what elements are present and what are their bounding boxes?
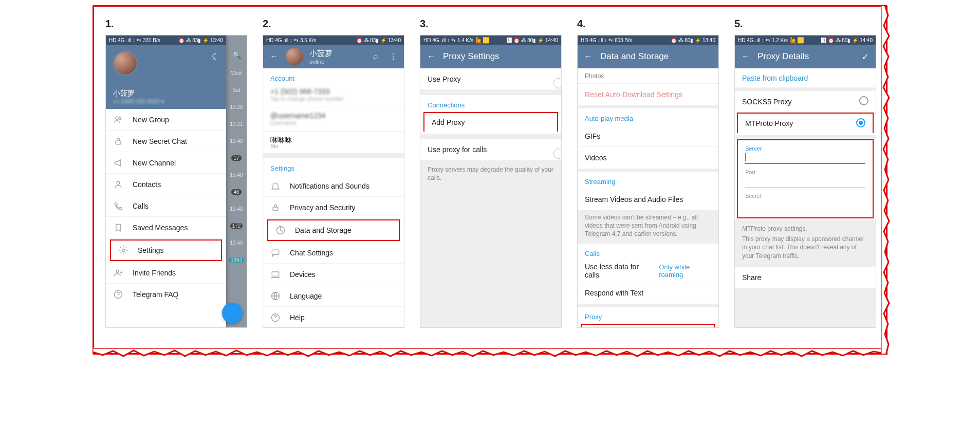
menu-new-channel[interactable]: New Channel xyxy=(106,152,226,174)
use-proxy-toggle[interactable]: Use Proxy xyxy=(420,68,561,90)
search-icon[interactable]: ⌕ xyxy=(370,51,381,62)
avatar[interactable] xyxy=(113,51,138,76)
reset-auto-download[interactable]: Reset Auto-Download Settings xyxy=(578,84,718,105)
auto-download-photos[interactable]: Photos xyxy=(578,68,718,84)
phone-2: HD 4G .ıll ↕ ⇆3.5 K/s ⏰ ⁂ 83▮ ⚡ 13:40 ← … xyxy=(263,35,404,328)
search-icon[interactable]: 🔍 xyxy=(232,51,241,59)
lock-icon xyxy=(113,136,123,146)
bookmark-icon xyxy=(113,223,123,233)
port-input[interactable]: Port xyxy=(738,166,873,190)
section-streaming: Streaming xyxy=(578,172,718,189)
bell-icon xyxy=(270,181,281,191)
add-person-icon xyxy=(113,268,123,278)
svg-point-3 xyxy=(117,181,120,184)
app-bar: ← Proxy Settings xyxy=(420,45,561,68)
confirm-icon[interactable]: ✓ xyxy=(859,51,871,62)
section-autoplay: Auto-play media xyxy=(578,108,718,125)
page-title: Data and Storage xyxy=(600,51,669,62)
section-proxy: Proxy xyxy=(578,307,718,324)
menu-saved[interactable]: Saved Messages xyxy=(106,217,226,238)
page-title: Proxy Details xyxy=(757,51,809,62)
radio-on[interactable] xyxy=(856,118,865,127)
settings-privacy[interactable]: Privacy and Security xyxy=(263,197,404,218)
chat-list-strip: 🔍 Wed Sat 13:28 13:21 13:40 17 13:40 46 … xyxy=(226,35,247,327)
server-input[interactable]: Server xyxy=(738,142,873,166)
avatar[interactable] xyxy=(286,48,303,65)
lock-icon xyxy=(270,202,281,213)
phone-4: HD 4G .ıll ↕ ⇆603 B/s ⏰ ⁂ 80▮ ⚡ 13:40 ← … xyxy=(577,35,719,328)
add-proxy[interactable]: Add Proxy xyxy=(423,112,558,132)
help-icon xyxy=(270,312,281,323)
status-bar: HD 4G .ıll ↕ ⇆331 B/s ⏰ ⁂ 83▮ ⚡ 13:40 xyxy=(106,35,226,45)
proxy-type-mtproto[interactable]: MTProto Proxy xyxy=(737,113,874,133)
settings-notifications[interactable]: Notifications and Sounds xyxy=(263,175,404,197)
more-icon[interactable]: ⋮ xyxy=(387,51,399,62)
less-data-calls[interactable]: Use less data for callsOnly while roamin… xyxy=(578,261,718,282)
account-phone[interactable]: +1 (502) 966-7333 Tap to change phone nu… xyxy=(263,85,404,105)
svg-rect-2 xyxy=(116,141,121,144)
back-icon[interactable]: ← xyxy=(426,51,437,62)
status-bar: HD 4G .ıll ↕ ⇆3.5 K/s ⏰ ⁂ 83▮ ⚡ 13:40 xyxy=(263,35,404,45)
back-icon[interactable]: ← xyxy=(268,51,280,62)
status-bar: HD 4G .ıll ↕ ⇆1.4 K/s🙋🟨 🅽 ⏰ ⁂ 80▮ ⚡ 14:4… xyxy=(420,35,561,45)
menu-new-group[interactable]: New Group xyxy=(106,109,226,131)
section-account: Account xyxy=(263,68,404,85)
settings-data-storage[interactable]: Data and Storage xyxy=(267,219,400,241)
back-icon[interactable]: ← xyxy=(740,51,751,62)
menu-settings[interactable]: Settings xyxy=(110,239,222,261)
chat-icon xyxy=(270,248,281,258)
step-label: 3. xyxy=(420,18,562,30)
share-proxy[interactable]: Share xyxy=(735,267,876,288)
step-label: 1. xyxy=(105,18,247,30)
page-title: Proxy Settings xyxy=(443,51,500,62)
menu-calls[interactable]: Calls xyxy=(106,195,226,217)
secret-input[interactable]: Secret xyxy=(738,190,873,213)
gear-icon xyxy=(118,245,128,255)
mtproto-help: MTProto proxy settings. This proxy may d… xyxy=(735,219,876,267)
drawer-menu: New Group New Secret Chat New Channel Co… xyxy=(106,109,226,305)
settings-chat[interactable]: Chat Settings xyxy=(263,242,404,264)
person-icon xyxy=(113,179,123,190)
profile-status: online xyxy=(309,59,332,65)
menu-contacts[interactable]: Contacts xyxy=(106,174,226,195)
settings-devices[interactable]: Devices xyxy=(263,264,404,285)
proxy-settings[interactable]: Proxy Settings xyxy=(581,324,715,328)
account-username[interactable]: @username1234 Username xyxy=(263,109,404,129)
settings-language[interactable]: Language xyxy=(263,285,404,307)
menu-faq[interactable]: Telegram FAQ xyxy=(106,284,226,305)
svg-point-5 xyxy=(116,270,119,272)
autoplay-gifs[interactable]: GIFs xyxy=(578,125,718,147)
phone-3: HD 4G .ıll ↕ ⇆1.4 K/s🙋🟨 🅽 ⏰ ⁂ 80▮ ⚡ 14:4… xyxy=(420,35,562,328)
use-proxy-calls[interactable]: Use proxy for calls xyxy=(420,139,561,160)
fab-new-message[interactable] xyxy=(222,303,243,323)
svg-rect-10 xyxy=(272,272,279,276)
svg-rect-7 xyxy=(273,207,278,211)
menu-new-secret[interactable]: New Secret Chat xyxy=(106,131,226,152)
stream-toggle[interactable]: Stream Videos and Audio Files xyxy=(578,189,718,210)
help-icon xyxy=(113,289,123,300)
menu-invite[interactable]: Invite Friends xyxy=(106,262,226,284)
svg-point-4 xyxy=(122,249,125,252)
drawer-phone: +1 (000) 000-0000 ▾ xyxy=(113,98,219,105)
settings-help[interactable]: Help xyxy=(263,307,404,328)
status-bar: HD 4G .ıll ↕ ⇆603 B/s ⏰ ⁂ 80▮ ⚡ 13:40 xyxy=(578,35,718,45)
radio-off[interactable] xyxy=(859,96,868,105)
respond-text[interactable]: Respond with Text xyxy=(578,282,718,304)
step-label: 5. xyxy=(734,18,876,30)
phone-icon xyxy=(113,201,123,211)
app-bar: ← Proxy Details ✓ xyxy=(735,45,876,68)
laptop-icon xyxy=(270,269,281,280)
calls-help: Proxy servers may degrade the quality of… xyxy=(420,160,561,189)
globe-icon xyxy=(270,291,281,301)
megaphone-icon xyxy=(113,158,123,168)
phone-5: HD 4G .ıll ↕ ⇆1.2 K/s🙋🟨 🅽 ⏰ ⁂ 80▮ ⚡ 14:4… xyxy=(734,35,876,328)
phone-1: 🔍 Wed Sat 13:28 13:21 13:40 17 13:40 46 … xyxy=(105,35,247,328)
night-mode-icon[interactable]: ☾ xyxy=(212,51,220,62)
paste-clipboard[interactable]: Paste from clipboard xyxy=(735,68,876,88)
svg-point-0 xyxy=(116,117,118,119)
section-settings: Settings xyxy=(263,158,404,175)
autoplay-videos[interactable]: Videos xyxy=(578,147,718,169)
svg-rect-9 xyxy=(272,250,279,254)
back-icon[interactable]: ← xyxy=(583,51,594,62)
proxy-type-socks5[interactable]: SOCKS5 Proxy xyxy=(735,91,876,113)
